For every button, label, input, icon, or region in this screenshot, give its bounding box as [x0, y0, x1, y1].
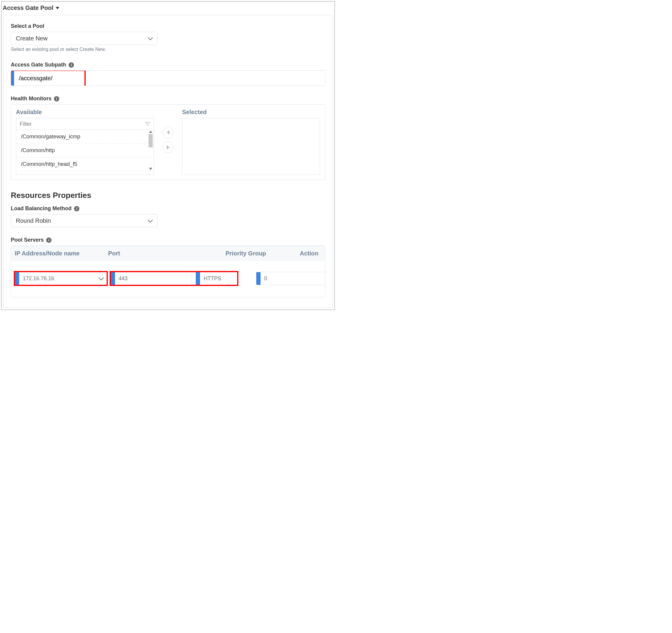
move-left-button[interactable]: [162, 127, 174, 138]
triangle-left-icon: [167, 130, 169, 135]
subpath-input[interactable]: [14, 71, 325, 86]
health-label: Health Monitors i: [11, 96, 325, 102]
chevron-down-icon[interactable]: [99, 276, 103, 281]
port-cell: [111, 272, 238, 285]
col-action: Action: [300, 250, 321, 257]
lb-label-text: Load Balancing Method: [11, 205, 72, 212]
protocol-field[interactable]: [196, 272, 238, 285]
subpath-label: Access Gate Subpath i: [11, 62, 325, 68]
chevron-down-icon: [148, 36, 152, 41]
list-item[interactable]: /Common/http_head_f5: [16, 157, 153, 171]
info-icon[interactable]: i: [54, 96, 59, 101]
info-icon[interactable]: i: [74, 206, 79, 212]
pool-servers-header: IP Address/Node name Port Priority Group…: [11, 246, 325, 261]
available-column: Available /Common/gateway_icmp /Common/h…: [16, 109, 154, 175]
port-input[interactable]: [115, 272, 192, 285]
select-pool-dropdown[interactable]: Create New: [11, 32, 158, 45]
available-title: Available: [16, 109, 154, 116]
ip-field[interactable]: [15, 272, 107, 285]
required-bar: [256, 272, 261, 285]
port-field[interactable]: [111, 272, 192, 285]
chevron-down-icon: [148, 219, 152, 223]
col-pg: Priority Group: [225, 250, 296, 257]
section-title: Access Gate Pool: [3, 4, 53, 11]
required-bar: [196, 272, 200, 285]
pool-servers-label-text: Pool Servers: [11, 237, 44, 243]
resources-heading: Resources Properties: [11, 191, 325, 200]
protocol-value[interactable]: [200, 272, 238, 285]
page-frame: Access Gate Pool Select a Pool Create Ne…: [1, 1, 335, 310]
list-item[interactable]: /Common/http: [16, 144, 153, 157]
ip-input[interactable]: [19, 272, 96, 285]
health-dual-list: Available /Common/gateway_icmp /Common/h…: [11, 104, 325, 180]
health-label-text: Health Monitors: [11, 96, 51, 102]
select-pool-value: Create New: [16, 35, 48, 42]
pool-server-row: + ×: [11, 261, 325, 297]
select-pool-label-text: Select a Pool: [11, 23, 44, 29]
section-header[interactable]: Access Gate Pool: [1, 1, 335, 15]
triangle-right-icon: [167, 145, 169, 149]
select-pool-label: Select a Pool: [11, 23, 325, 29]
filter-row: [16, 118, 154, 130]
priority-group-field[interactable]: [256, 272, 325, 285]
caret-down-icon: [56, 7, 59, 9]
priority-group-input[interactable]: [261, 272, 325, 285]
lb-value: Round Robin: [16, 217, 51, 224]
subpath-label-text: Access Gate Subpath: [11, 62, 66, 68]
selected-list[interactable]: [182, 118, 320, 175]
col-port: Port: [108, 250, 207, 257]
scrollbar[interactable]: [148, 130, 153, 170]
required-bar: [15, 272, 19, 285]
select-pool-help: Select an existing pool or select Create…: [11, 47, 325, 52]
scroll-thumb[interactable]: [148, 134, 153, 147]
info-icon[interactable]: i: [69, 62, 74, 68]
lb-label: Load Balancing Method i: [11, 205, 325, 212]
info-icon[interactable]: i: [46, 238, 51, 243]
col-ip: IP Address/Node name: [15, 250, 104, 257]
ip-cell: [15, 272, 107, 285]
filter-icon[interactable]: [142, 122, 153, 126]
pg-cell: [256, 272, 325, 285]
selected-title: Selected: [182, 109, 320, 116]
required-bar: [111, 272, 115, 285]
pool-servers-panel: IP Address/Node name Port Priority Group…: [11, 246, 325, 297]
required-bar: [11, 71, 14, 86]
pool-servers-label: Pool Servers i: [11, 237, 325, 243]
selected-column: Selected: [182, 109, 320, 175]
list-item[interactable]: /Common/gateway_icmp: [16, 130, 153, 144]
transfer-buttons: [162, 109, 174, 153]
available-list[interactable]: /Common/gateway_icmp /Common/http /Commo…: [16, 130, 154, 175]
filter-input[interactable]: [16, 118, 142, 130]
lb-dropdown[interactable]: Round Robin: [11, 214, 158, 227]
scroll-down-icon[interactable]: [149, 168, 152, 170]
move-right-button[interactable]: [162, 142, 174, 153]
scroll-up-icon[interactable]: [149, 130, 152, 133]
config-card: Select a Pool Create New Select an exist…: [3, 15, 333, 308]
subpath-field-wrap: [11, 70, 325, 86]
